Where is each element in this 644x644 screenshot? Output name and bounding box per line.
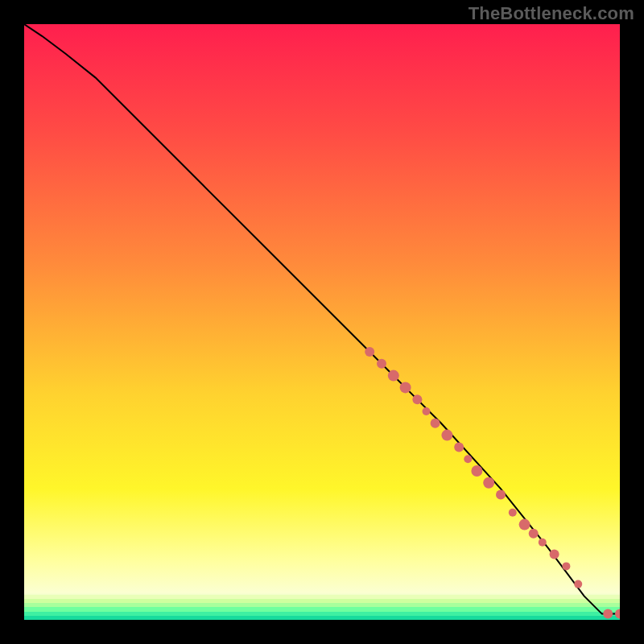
bottleneck-curve xyxy=(24,24,620,614)
data-point xyxy=(539,539,547,547)
plot-area xyxy=(24,24,620,620)
data-point xyxy=(550,550,559,559)
watermark-text: TheBottleneck.com xyxy=(469,3,634,24)
data-point xyxy=(483,477,494,489)
stage: TheBottleneck.com xyxy=(0,0,644,644)
data-point xyxy=(412,394,422,404)
data-point xyxy=(496,490,506,500)
data-point xyxy=(400,382,411,393)
data-point xyxy=(471,465,482,477)
data-point xyxy=(529,529,539,539)
data-point xyxy=(454,442,464,452)
data-point xyxy=(519,519,530,530)
data-point xyxy=(615,609,620,619)
data-points-group xyxy=(365,347,620,619)
data-point xyxy=(365,347,374,357)
data-point xyxy=(388,370,399,382)
chart-overlay-svg xyxy=(24,24,620,620)
data-point xyxy=(574,580,582,588)
data-point xyxy=(464,455,472,463)
data-point xyxy=(431,419,440,428)
data-point xyxy=(509,509,517,517)
data-point xyxy=(423,407,431,415)
data-point xyxy=(377,359,386,369)
data-point xyxy=(603,609,613,619)
data-point xyxy=(562,562,570,570)
data-point xyxy=(441,430,452,441)
